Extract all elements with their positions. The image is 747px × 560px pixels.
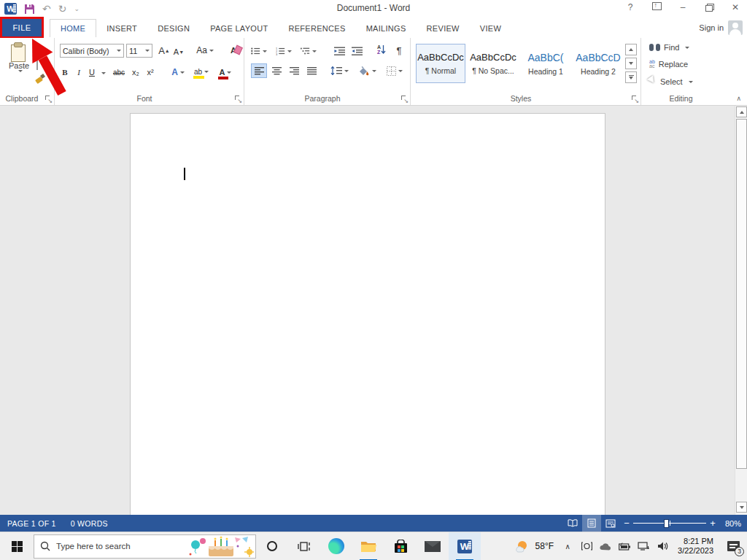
bold-button[interactable]: B xyxy=(60,65,70,79)
network-icon[interactable] xyxy=(634,532,653,560)
replace-button[interactable]: ab ac Replace xyxy=(649,60,688,69)
tab-page-layout[interactable]: PAGE LAYOUT xyxy=(200,19,278,37)
shrink-font-button[interactable]: A▼ xyxy=(172,44,185,59)
justify-button[interactable] xyxy=(303,63,320,78)
shading-button[interactable] xyxy=(356,63,378,78)
tab-mailings[interactable]: MAILINGS xyxy=(356,19,417,37)
ribbon-display-options-icon[interactable] xyxy=(649,2,664,12)
restore-icon[interactable] xyxy=(702,2,716,12)
cortana-button[interactable] xyxy=(256,532,288,560)
find-button[interactable]: Find xyxy=(649,43,689,52)
line-spacing-button[interactable] xyxy=(328,63,350,78)
weather-widget[interactable]: 58°F xyxy=(509,539,558,553)
edge-button[interactable] xyxy=(320,532,352,560)
styles-scroll-down-icon[interactable] xyxy=(625,58,637,69)
style-normal[interactable]: AaBbCcDc ¶ Normal xyxy=(416,44,465,83)
superscript-button[interactable]: x² xyxy=(144,65,156,79)
meet-now-icon[interactable] xyxy=(577,532,596,560)
tab-file[interactable]: FILE xyxy=(2,19,42,36)
italic-button[interactable]: I xyxy=(74,65,83,79)
tab-design[interactable]: DESIGN xyxy=(147,19,200,37)
font-dialog-launcher-icon[interactable] xyxy=(235,96,241,102)
styles-scroll-up-icon[interactable] xyxy=(625,44,637,55)
volume-icon[interactable] xyxy=(653,532,672,560)
tray-chevron-icon[interactable]: ∧ xyxy=(558,532,577,560)
zoom-slider[interactable] xyxy=(633,515,706,532)
clock[interactable]: 8:21 PM 3/22/2023 xyxy=(672,537,719,556)
web-layout-button[interactable] xyxy=(601,515,620,532)
grow-font-button[interactable]: A▲ xyxy=(158,43,171,58)
styles-dialog-launcher-icon[interactable] xyxy=(632,96,638,102)
find-caret[interactable] xyxy=(685,47,689,49)
birthday-celebration-icon[interactable] xyxy=(188,536,254,559)
collapse-ribbon-icon[interactable]: ∧ xyxy=(736,95,741,102)
clipboard-dialog-launcher-icon[interactable] xyxy=(45,96,52,102)
paste-button[interactable]: Paste xyxy=(4,41,34,93)
bullets-caret[interactable] xyxy=(263,50,267,52)
word-taskbar-button[interactable]: W xyxy=(449,532,481,560)
underline-caret[interactable] xyxy=(101,72,106,74)
minimize-icon[interactable]: – xyxy=(676,2,690,12)
align-center-button[interactable] xyxy=(268,63,285,78)
bullets-button[interactable] xyxy=(251,44,267,58)
scroll-down-icon[interactable] xyxy=(736,502,747,513)
scrollbar-thumb[interactable] xyxy=(736,119,747,469)
subscript-button[interactable]: x₂ xyxy=(130,65,142,79)
line-spacing-caret[interactable] xyxy=(344,70,349,72)
copy-button[interactable] xyxy=(36,57,38,70)
style-heading-2[interactable]: AaBbCcD Heading 2 xyxy=(573,44,623,83)
font-size-combo[interactable]: 11 xyxy=(126,44,152,58)
style-heading-1[interactable]: AaBbC( Heading 1 xyxy=(521,44,570,83)
tab-view[interactable]: VIEW xyxy=(470,19,511,37)
styles-more-icon[interactable] xyxy=(625,71,637,83)
zoom-level[interactable]: 80% xyxy=(719,519,747,528)
align-left-button[interactable] xyxy=(251,63,267,78)
underline-button[interactable]: U xyxy=(88,65,96,79)
read-mode-button[interactable] xyxy=(563,515,582,532)
start-button[interactable] xyxy=(0,532,34,560)
font-name-combo[interactable]: Calibri (Body) xyxy=(60,44,124,58)
battery-icon[interactable] xyxy=(615,532,634,560)
shading-caret[interactable] xyxy=(372,70,376,72)
multilevel-caret[interactable] xyxy=(312,50,317,52)
text-effects-button[interactable]: A xyxy=(172,65,184,79)
numbering-caret[interactable] xyxy=(287,50,292,52)
numbering-button[interactable]: 123 xyxy=(276,44,292,58)
scroll-up-icon[interactable] xyxy=(736,106,747,117)
align-right-button[interactable] xyxy=(286,63,302,78)
highlight-color-button[interactable]: ab xyxy=(194,64,209,79)
notification-center-button[interactable]: 3 xyxy=(719,532,747,560)
select-button[interactable]: Select xyxy=(649,77,693,87)
tab-home[interactable]: HOME xyxy=(50,19,96,37)
paste-dropdown-caret[interactable] xyxy=(18,70,23,72)
tab-insert[interactable]: INSERT xyxy=(96,19,147,37)
word-count[interactable]: 0 WORDS xyxy=(71,519,108,528)
print-layout-button[interactable] xyxy=(582,515,601,532)
microsoft-store-button[interactable] xyxy=(384,532,417,560)
avatar[interactable] xyxy=(728,20,743,35)
style-no-spacing[interactable]: AaBbCcDc ¶ No Spac... xyxy=(468,44,518,83)
taskbar-search-box[interactable]: Type here to search xyxy=(34,534,256,559)
change-case-button[interactable]: Aa xyxy=(196,43,214,58)
show-hide-marks-button[interactable]: ¶ xyxy=(391,43,407,58)
multilevel-list-button[interactable] xyxy=(301,44,317,58)
font-color-button[interactable]: A xyxy=(219,65,232,79)
borders-caret[interactable] xyxy=(398,70,403,72)
close-icon[interactable]: ✕ xyxy=(728,2,743,12)
sort-button[interactable]: AZ xyxy=(374,42,390,57)
zoom-slider-thumb[interactable] xyxy=(664,519,669,528)
file-explorer-button[interactable] xyxy=(352,532,384,560)
document-area[interactable] xyxy=(0,106,747,515)
clear-formatting-button[interactable]: A xyxy=(226,43,241,58)
page-indicator[interactable]: PAGE 1 OF 1 xyxy=(7,519,56,528)
tab-review[interactable]: REVIEW xyxy=(417,19,470,37)
decrease-indent-button[interactable] xyxy=(331,44,347,58)
sign-in[interactable]: Sign in xyxy=(699,20,743,35)
paragraph-dialog-launcher-icon[interactable] xyxy=(401,96,408,102)
help-icon[interactable]: ? xyxy=(623,2,638,12)
select-caret[interactable] xyxy=(689,81,693,83)
borders-button[interactable] xyxy=(384,63,406,78)
increase-indent-button[interactable] xyxy=(349,44,365,58)
mail-button[interactable] xyxy=(417,532,449,560)
document-page[interactable] xyxy=(130,113,605,515)
